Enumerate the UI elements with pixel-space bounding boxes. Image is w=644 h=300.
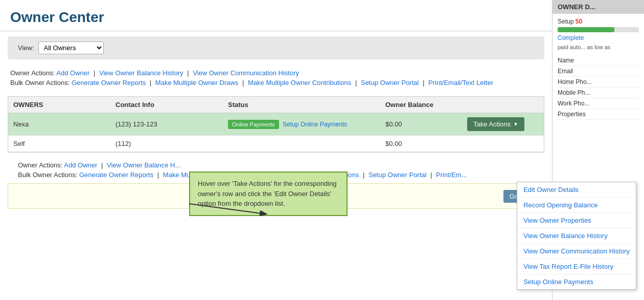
owner-actions-line: Owner Actions: Add Owner | View Owner Ba… <box>10 69 542 77</box>
progress-fill <box>558 27 614 32</box>
owner-phone: (112) <box>110 136 223 152</box>
field-item: Email <box>558 66 639 77</box>
setup-desc: paid auto... as low as <box>558 44 639 51</box>
owner-actions-bar: Owner Actions: Add Owner | View Owner Ba… <box>0 65 552 91</box>
field-item: Mobile Ph... <box>558 88 639 98</box>
field-list: Name Email Home Pho... Mobile Ph... Work… <box>558 55 639 120</box>
take-actions-cell: Take Actions ▼ <box>462 113 544 135</box>
owner-status <box>223 140 380 148</box>
dropdown-arrow-icon: ▼ <box>513 121 518 127</box>
bottom-print-link[interactable]: Print/Em... <box>436 171 467 179</box>
multi-draws-link[interactable]: Make Multiple Owner Draws <box>155 79 239 87</box>
owner-name: Self <box>8 136 110 152</box>
right-panel-header: OWNER D... <box>553 0 644 14</box>
dropdown-item-balance-history[interactable]: View Owner Balance History <box>517 228 552 244</box>
view-comm-history-link[interactable]: View Owner Communication History <box>193 69 299 77</box>
tooltip-arrow <box>189 199 281 219</box>
owner-name: Nexa <box>8 116 110 132</box>
owner-balance: $0.00 <box>380 136 462 152</box>
complete-link[interactable]: Complete <box>558 34 639 41</box>
take-actions-dropdown: Edit Owner Details Record Opening Balanc… <box>517 182 552 290</box>
online-payments-btn[interactable]: Online Payments <box>228 120 279 129</box>
bottom-view-balance-link[interactable]: View Owner Balance H... <box>107 161 180 169</box>
right-panel-title: OWNER D... <box>558 3 595 11</box>
setup-section: Setup 50 Complete paid auto... as low as… <box>553 14 644 124</box>
bottom-owner-actions-label: Owner Actions: <box>18 161 62 169</box>
col-owners: OWNERS <box>8 97 110 113</box>
bottom-bulk-actions-label: Bulk Owner Actions: <box>18 171 77 179</box>
dropdown-item-opening-balance[interactable]: Record Opening Balance <box>517 198 552 213</box>
svg-line-0 <box>189 204 266 214</box>
take-actions-button[interactable]: Take Actions ▼ <box>467 117 524 131</box>
bottom-add-owner-link[interactable]: Add Owner <box>64 161 97 169</box>
setup-title: Setup 50 <box>558 18 639 25</box>
owner-balance: $0.00 <box>380 116 462 132</box>
owner-status: Online Payments Setup Online Payments <box>223 116 380 133</box>
multi-contributions-link[interactable]: Make Multiple Owner Contributions <box>248 79 351 87</box>
field-item: Name <box>558 55 639 66</box>
owner-phone: (123) 123-123 <box>110 116 223 132</box>
view-bar: View: All Owners Active Owners Inactive … <box>8 36 544 59</box>
view-select[interactable]: All Owners Active Owners Inactive Owners <box>38 41 104 54</box>
col-actions <box>462 97 544 113</box>
table-header: OWNERS Contact Info Status Owner Balance <box>8 97 544 113</box>
print-letter-link[interactable]: Print/Email/Text Letter <box>428 79 493 87</box>
bulk-actions-line: Bulk Owner Actions: Generate Owner Repor… <box>10 79 542 87</box>
progress-bar <box>558 27 639 32</box>
bottom-gen-reports-link[interactable]: Generate Owner Reports <box>79 171 153 179</box>
dropdown-item-online-payments[interactable]: Setup Online Payments <box>517 274 552 289</box>
col-contact: Contact Info <box>110 97 223 113</box>
page-title: Owner Center <box>10 9 542 26</box>
dropdown-item-comm-history[interactable]: View Owner Communication History <box>517 244 552 259</box>
field-item: Home Pho... <box>558 77 639 88</box>
setup-portal-link[interactable]: Setup Owner Portal <box>361 79 419 87</box>
owners-table: OWNERS Contact Info Status Owner Balance… <box>8 96 544 153</box>
take-actions-label: Take Actions <box>473 120 511 128</box>
bottom-setup-portal-link[interactable]: Setup Owner Portal <box>369 171 426 179</box>
field-item: Properties <box>558 109 639 120</box>
table-row: Nexa (123) 123-123 Online Payments Setup… <box>8 113 544 136</box>
owner-actions-label: Owner Actions: <box>10 69 55 77</box>
col-status: Status <box>223 97 380 113</box>
page-header: Owner Center <box>0 0 552 31</box>
dropdown-item-tax-history[interactable]: View Tax Report E-File History <box>517 259 552 274</box>
view-label: View: <box>18 44 34 52</box>
field-item: Work Pho... <box>558 98 639 109</box>
dropdown-item-properties[interactable]: View Owner Properties <box>517 213 552 228</box>
gen-reports-link[interactable]: Generate Owner Reports <box>72 79 146 87</box>
add-owner-link[interactable]: Add Owner <box>56 69 89 77</box>
table-row: Self (112) $0.00 <box>8 136 544 152</box>
col-balance: Owner Balance <box>380 97 462 113</box>
bottom-owner-actions-line: Owner Actions: Add Owner | View Owner Ba… <box>18 161 534 169</box>
take-actions-cell-2 <box>462 140 544 148</box>
view-balance-history-link[interactable]: View Owner Balance History <box>99 69 183 77</box>
setup-count: 50 <box>576 18 582 25</box>
setup-online-payments-link[interactable]: Setup Online Payments <box>283 121 347 128</box>
dropdown-item-edit[interactable]: Edit Owner Details <box>517 182 552 198</box>
bulk-actions-label: Bulk Owner Actions: <box>10 79 70 87</box>
